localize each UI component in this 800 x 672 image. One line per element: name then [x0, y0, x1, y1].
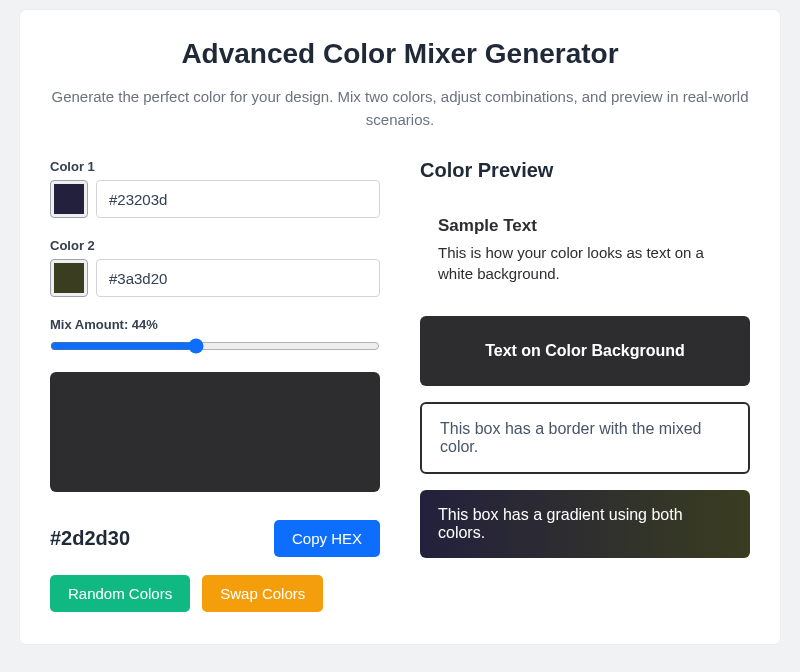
- sample-text-heading: Sample Text: [438, 216, 732, 236]
- page-subtitle: Generate the perfect color for your desi…: [50, 86, 750, 131]
- mix-amount-label: Mix Amount: 44%: [50, 317, 380, 332]
- preview-border-block: This box has a border with the mixed col…: [420, 402, 750, 474]
- color1-input[interactable]: [96, 180, 380, 218]
- color-preview-heading: Color Preview: [420, 159, 750, 182]
- color2-input[interactable]: [96, 259, 380, 297]
- page-title: Advanced Color Mixer Generator: [50, 38, 750, 70]
- color2-label: Color 2: [50, 238, 380, 253]
- color1-swatch-inner: [54, 184, 84, 214]
- random-colors-button[interactable]: Random Colors: [50, 575, 190, 612]
- color2-swatch[interactable]: [50, 259, 88, 297]
- color1-swatch[interactable]: [50, 180, 88, 218]
- color1-label: Color 1: [50, 159, 380, 174]
- preview-text-on-color-block: Text on Color Background: [420, 316, 750, 386]
- color2-swatch-inner: [54, 263, 84, 293]
- preview-gradient-block: This box has a gradient using both color…: [420, 490, 750, 558]
- sample-text-desc: This is how your color looks as text on …: [438, 242, 732, 284]
- mixed-hex-value: #2d2d30: [50, 527, 130, 550]
- mixed-color-box: [50, 372, 380, 492]
- swap-colors-button[interactable]: Swap Colors: [202, 575, 323, 612]
- mix-amount-slider[interactable]: [50, 338, 380, 354]
- copy-hex-button[interactable]: Copy HEX: [274, 520, 380, 557]
- preview-sample-text-block: Sample Text This is how your color looks…: [420, 200, 750, 300]
